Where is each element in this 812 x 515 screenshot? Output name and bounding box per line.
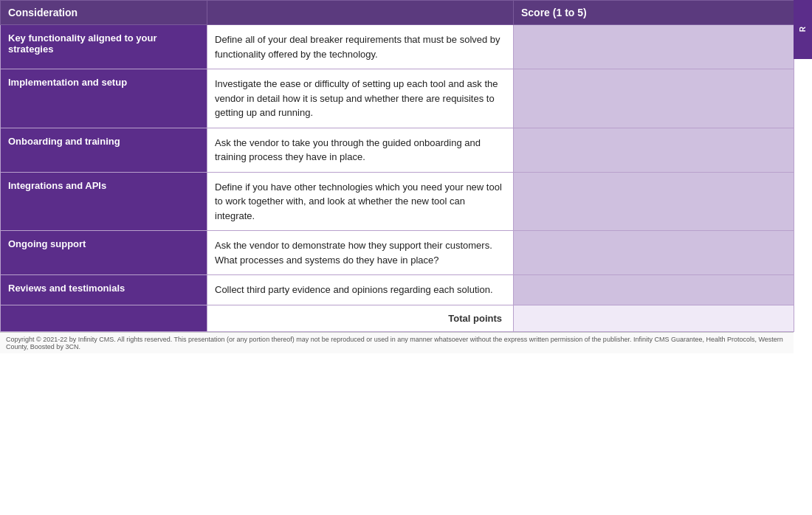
main-content: Consideration Score (1 to 5) Key functio… [0, 0, 812, 353]
total-label: Total points [207, 305, 514, 331]
header-score: Score (1 to 5) [514, 1, 794, 25]
table-row: Integrations and APIsDefine if you have … [1, 172, 794, 231]
consideration-cell: Onboarding and training [1, 128, 207, 172]
header-consideration: Consideration [1, 1, 207, 25]
table-row: Reviews and testimonialsCollect third pa… [1, 275, 794, 305]
score-cell[interactable] [514, 275, 794, 305]
score-cell[interactable] [514, 25, 794, 69]
footer-text: Copyright © 2021-22 by Infinity CMS. All… [6, 336, 783, 350]
description-cell: Define if you have other technologies wh… [207, 172, 514, 231]
consideration-cell: Key functionality aligned to your strate… [1, 25, 207, 69]
table-row: Ongoing supportAsk the vendor to demonst… [1, 231, 794, 275]
total-label-empty [1, 305, 207, 331]
description-cell: Ask the vendor to take you through the g… [207, 128, 514, 172]
description-cell: Investigate the ease or difficulty of se… [207, 69, 514, 128]
description-cell: Define all of your deal breaker requirem… [207, 25, 514, 69]
consideration-cell: Ongoing support [1, 231, 207, 275]
side-bar-label: R [799, 27, 807, 32]
score-cell[interactable] [514, 231, 794, 275]
score-cell[interactable] [514, 172, 794, 231]
evaluation-table: Consideration Score (1 to 5) Key functio… [0, 0, 794, 332]
table-row: Implementation and setupInvestigate the … [1, 69, 794, 128]
score-cell[interactable] [514, 69, 794, 128]
consideration-cell: Reviews and testimonials [1, 275, 207, 305]
consideration-cell: Implementation and setup [1, 69, 207, 128]
description-cell: Ask the vendor to demonstrate how they s… [207, 231, 514, 275]
header-description [207, 1, 514, 25]
side-bar: R [794, 0, 812, 59]
total-score[interactable] [514, 305, 794, 331]
description-cell: Collect third party evidence and opinion… [207, 275, 514, 305]
table-row: Key functionality aligned to your strate… [1, 25, 794, 69]
total-row: Total points [1, 305, 794, 331]
table-header-row: Consideration Score (1 to 5) [1, 1, 794, 25]
table-row: Onboarding and trainingAsk the vendor to… [1, 128, 794, 172]
page-wrapper: Consideration Score (1 to 5) Key functio… [0, 0, 812, 353]
score-cell[interactable] [514, 128, 794, 172]
consideration-cell: Integrations and APIs [1, 172, 207, 231]
footer: Copyright © 2021-22 by Infinity CMS. All… [0, 332, 794, 353]
